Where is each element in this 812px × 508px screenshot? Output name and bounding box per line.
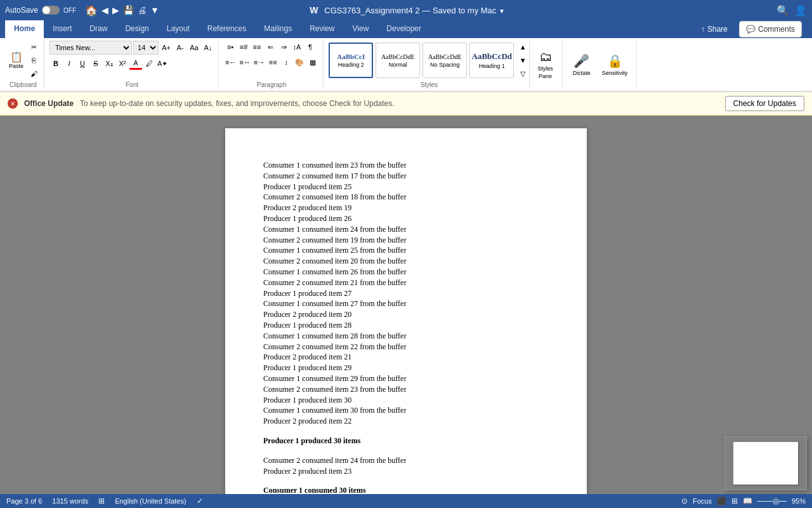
update-bar: ✕ Office Update To keep up-to-date on se… — [0, 92, 812, 116]
track-changes-icon[interactable]: ⊞ — [98, 497, 105, 505]
toggle-state: OFF — [63, 7, 76, 14]
dictate-icon: 🎤 — [573, 53, 589, 69]
tab-mailings[interactable]: Mailings — [255, 20, 301, 38]
borders-button[interactable]: ▦ — [306, 56, 319, 69]
share-button[interactable]: ↑ Share — [692, 22, 737, 37]
font-group: Times New... 14 A+ A- Aa A↓ B I U S X₂ — [46, 39, 219, 90]
font-color-button[interactable]: A — [129, 57, 142, 70]
home-icon[interactable]: 🏠 — [85, 4, 98, 17]
text-effects-button[interactable]: A✦ — [156, 57, 169, 70]
styles-pane-button[interactable]: 🗂 Styles Pane — [532, 47, 558, 82]
forward-icon[interactable]: ▶ — [112, 5, 119, 15]
font-grow-button[interactable]: A+ — [160, 41, 173, 54]
tab-references[interactable]: References — [199, 20, 255, 38]
cut-button[interactable]: ✂ — [27, 41, 40, 53]
styles-scroll-up[interactable]: ▲ — [516, 41, 529, 53]
autosave-label: AutoSave — [5, 6, 38, 15]
style-normal[interactable]: AaBbCcDdE Normal — [376, 43, 420, 78]
doc-line: Producer 2 produced item 21 — [263, 352, 549, 363]
font-size-select[interactable]: 14 — [133, 41, 159, 55]
document-thumbnail[interactable] — [724, 436, 807, 490]
save-icon[interactable]: 💾 — [123, 5, 134, 15]
underline-button[interactable]: U — [76, 57, 89, 70]
tab-review[interactable]: Review — [301, 20, 343, 38]
bold-button[interactable]: B — [49, 57, 62, 70]
tab-developer[interactable]: Developer — [377, 20, 430, 38]
doc-line: Consumer 1 consumed item 29 from the buf… — [263, 373, 549, 384]
style-heading1[interactable]: AaBbCcDd Heading 1 — [469, 43, 514, 78]
clipboard-group: 📋 Paste ✂ ⎘ 🖌 Clipboard — [3, 39, 44, 90]
tab-home[interactable]: Home — [5, 20, 44, 38]
tab-layout[interactable]: Layout — [158, 20, 199, 38]
view-print-icon[interactable]: ⬛ — [717, 497, 726, 505]
tab-design[interactable]: Design — [116, 20, 157, 38]
sensitivity-button[interactable]: 🔒 Sensitivity — [597, 51, 633, 79]
change-case-button[interactable]: Aa — [188, 41, 200, 54]
autosave-toggle[interactable] — [42, 6, 60, 15]
check-updates-button[interactable]: Check for Updates — [725, 96, 804, 111]
align-left-button[interactable]: ≡← — [224, 56, 237, 69]
document-area[interactable]: Consumer 1 consumed item 23 from the buf… — [0, 116, 812, 494]
proofing-icon[interactable]: ✓ — [197, 497, 203, 505]
paste-button[interactable]: 📋 Paste — [6, 51, 26, 70]
doc-line: Producer 1 produced item 27 — [263, 288, 549, 299]
italic-button[interactable]: I — [63, 57, 75, 70]
multilevel-button[interactable]: ≡≡ — [251, 41, 263, 53]
focus-icon[interactable]: ⊙ — [681, 497, 688, 505]
tab-draw[interactable]: Draw — [81, 20, 116, 38]
styles-label: Styles — [329, 80, 529, 88]
style-nospacing[interactable]: AaBbCcDdE No Spacing — [422, 43, 467, 78]
tab-insert[interactable]: Insert — [44, 20, 81, 38]
strikethrough-button[interactable]: S — [89, 57, 102, 70]
copy-button[interactable]: ⎘ — [27, 54, 40, 67]
view-web-icon[interactable]: ⊞ — [731, 497, 738, 505]
increase-indent-button[interactable]: ⇒ — [277, 41, 290, 53]
justify-button[interactable]: ≡≡ — [266, 56, 279, 69]
back-icon[interactable]: ◀ — [102, 5, 108, 15]
align-center-button[interactable]: ≡↔ — [238, 56, 251, 69]
comments-button[interactable]: 💬 Comments — [739, 21, 802, 37]
search-icon[interactable]: 🔍 — [776, 4, 789, 17]
doc-line: Consumer 2 consumed item 22 from the buf… — [263, 342, 549, 352]
more-icon[interactable]: ▼ — [150, 5, 159, 15]
show-marks-button[interactable]: ¶ — [304, 41, 317, 53]
dictate-button[interactable]: 🎤 Dictate — [568, 51, 596, 79]
font-name-select[interactable]: Times New... — [49, 41, 132, 55]
word-icon: W — [307, 4, 320, 16]
title-bar-left: AutoSave OFF 🏠 ◀ ▶ 💾 🖨 ▼ — [5, 4, 159, 17]
align-right-button[interactable]: ≡→ — [252, 56, 266, 69]
bullets-button[interactable]: ≡• — [224, 41, 237, 53]
shading-button[interactable]: 🎨 — [293, 56, 306, 69]
update-close-button[interactable]: ✕ — [8, 98, 18, 109]
font-shrink-button[interactable]: A- — [174, 41, 187, 54]
superscript-button[interactable]: X² — [116, 57, 129, 70]
doc-line: Consumer 2 consumed item 23 from the buf… — [263, 384, 549, 395]
decrease-indent-button[interactable]: ⇐ — [264, 41, 277, 53]
view-read-icon[interactable]: 📖 — [743, 497, 752, 505]
doc-line: Consumer 1 consumed item 28 from the buf… — [263, 331, 549, 342]
styles-expand[interactable]: ▽ — [516, 67, 529, 80]
zoom-slider[interactable]: ——◎— — [757, 497, 787, 505]
user-icon[interactable]: 👤 — [794, 4, 807, 17]
status-bar: Page 3 of 6 1315 words ⊞ English (United… — [0, 494, 812, 508]
paste-icon: 📋 — [10, 52, 23, 62]
doc-line: Consumer 1 consumed item 25 from the buf… — [263, 245, 549, 256]
sort-button[interactable]: ↕A — [291, 41, 303, 53]
numbering-button[interactable]: ≡# — [237, 41, 250, 53]
doc-line: Consumer 1 consumed item 23 from the buf… — [263, 160, 549, 171]
document-page: Consumer 1 consumed item 23 from the buf… — [225, 128, 587, 494]
doc-line: Consumer 1 consumed item 24 from the buf… — [263, 224, 549, 235]
clear-format-button[interactable]: A↓ — [202, 41, 214, 54]
style-heading2[interactable]: AaBbCcI Heading 2 — [329, 43, 373, 78]
sensitivity-icon: 🔒 — [607, 53, 623, 69]
doc-line: Consumer 2 consumed item 21 from the buf… — [263, 277, 549, 288]
tab-view[interactable]: View — [344, 20, 378, 38]
highlight-button[interactable]: 🖊 — [143, 57, 155, 70]
styles-scroll-down[interactable]: ▼ — [516, 54, 529, 67]
dropdown-icon[interactable]: ▼ — [499, 8, 505, 15]
format-painter-button[interactable]: 🖌 — [27, 67, 40, 80]
subscript-button[interactable]: X₂ — [103, 57, 115, 70]
doc-line: Consumer 2 consumed item 24 from the buf… — [263, 455, 549, 466]
line-spacing-button[interactable]: ↕ — [280, 56, 292, 69]
print-icon[interactable]: 🖨 — [138, 5, 147, 15]
